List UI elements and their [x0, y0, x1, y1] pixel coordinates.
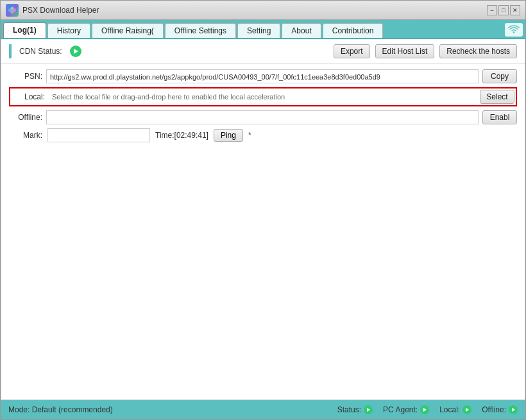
form-section: PSN: http://gs2.ww.prod.dl.playstation.n…	[1, 64, 525, 147]
main-content: CDN Status: Export Edit Host List Rechec…	[1, 39, 525, 400]
copy-button[interactable]: Copy	[482, 69, 517, 83]
status-bar: Mode: Default (recommended) Status: PC A…	[1, 400, 525, 419]
svg-point-4	[513, 31, 514, 33]
cdn-status-play-icon[interactable]	[70, 46, 81, 57]
local-dot-icon	[462, 405, 471, 414]
local-row: Local: Select the local file or drag-and…	[9, 87, 517, 106]
time-label: Time:[02:49:41]	[155, 131, 208, 140]
wifi-icon	[505, 23, 523, 37]
tab-offline-raising[interactable]: Offline Raising(	[92, 23, 164, 38]
pc-agent-dot-icon	[420, 405, 429, 414]
psn-input[interactable]: http://gs2.ww.prod.dl.playstation.net/gs…	[46, 69, 479, 83]
tab-history[interactable]: History	[47, 23, 90, 38]
offline-label: Offline:	[9, 113, 42, 122]
mark-label: Mark:	[9, 131, 42, 140]
local-status-item: Local:	[439, 405, 471, 414]
status-dot-icon	[364, 405, 373, 414]
enbl-button[interactable]: Enabl	[482, 110, 517, 124]
select-button[interactable]: Select	[480, 90, 514, 104]
app-icon	[6, 4, 19, 17]
offline-status-item: Offline:	[482, 405, 518, 414]
cdn-status-label: CDN Status:	[19, 47, 62, 56]
recheck-hosts-button[interactable]: Recheck the hosts	[439, 44, 517, 58]
tab-contribution[interactable]: Contribution	[323, 23, 384, 38]
main-window: PSX Download Helper – □ ✕ Log(1) History…	[0, 0, 526, 420]
window-title: PSX Download Helper	[22, 6, 487, 15]
local-status-label: Local:	[439, 405, 460, 414]
pc-agent-label: PC Agent:	[383, 405, 418, 414]
offline-row: Offline: Enabl	[9, 110, 517, 124]
mode-status: Mode: Default (recommended)	[8, 405, 113, 414]
ping-button[interactable]: Ping	[214, 129, 243, 142]
edit-host-list-button[interactable]: Edit Host List	[375, 44, 435, 58]
asterisk-label: *	[248, 131, 251, 140]
offline-status-label: Offline:	[482, 405, 506, 414]
local-label: Local:	[12, 92, 45, 101]
toolbar: CDN Status: Export Edit Host List Rechec…	[1, 39, 525, 64]
psn-row: PSN: http://gs2.ww.prod.dl.playstation.n…	[9, 69, 517, 83]
pc-agent-item: PC Agent:	[383, 405, 429, 414]
status-label: Status:	[337, 405, 361, 414]
maximize-button[interactable]: □	[498, 5, 509, 15]
local-input[interactable]: Select the local file or drag-and-drop h…	[49, 90, 476, 104]
mark-input[interactable]	[47, 128, 150, 142]
offline-input[interactable]	[46, 110, 479, 124]
title-bar: PSX Download Helper – □ ✕	[1, 1, 525, 20]
close-button[interactable]: ✕	[510, 5, 520, 15]
content-area	[1, 147, 525, 399]
minimize-button[interactable]: –	[487, 5, 497, 15]
export-button[interactable]: Export	[334, 44, 370, 58]
tab-about[interactable]: About	[282, 23, 321, 38]
tab-setting[interactable]: Setting	[237, 23, 280, 38]
mode-label: Mode: Default (recommended)	[8, 405, 113, 414]
psn-label: PSN:	[9, 72, 42, 81]
offline-dot-icon	[509, 405, 518, 414]
mark-row: Mark: Time:[02:49:41] Ping *	[9, 128, 517, 142]
window-controls: – □ ✕	[487, 5, 520, 15]
tab-offline-settings[interactable]: Offline Settings	[165, 23, 236, 38]
svg-point-3	[11, 10, 14, 13]
status-item: Status:	[337, 405, 373, 414]
svg-point-2	[11, 6, 14, 10]
tab-log[interactable]: Log(1)	[3, 22, 46, 38]
cdn-indicator-bar	[9, 44, 12, 58]
tab-bar: Log(1) History Offline Raising( Offline …	[1, 20, 525, 39]
